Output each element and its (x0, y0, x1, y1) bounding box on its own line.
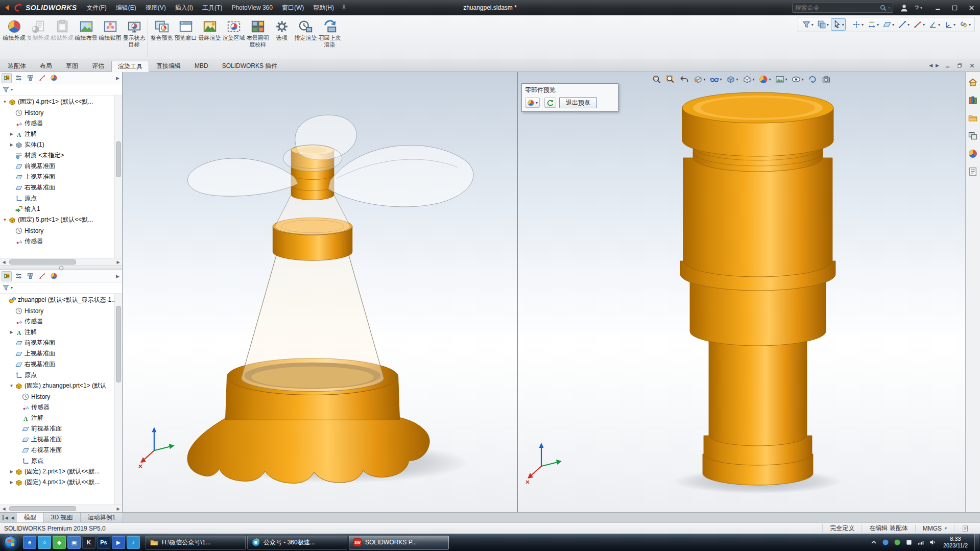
pane-previous-icon[interactable]: ◀ (929, 63, 933, 68)
ribbon-edit-decal-button[interactable]: 编辑贴图 (98, 17, 122, 42)
ribbon-proof-sheet-button[interactable]: 布景照明度校样 (246, 17, 270, 49)
tree-item[interactable]: ▼(固定) 4.prt<1> (默认<<默... (0, 97, 114, 107)
tree-item[interactable]: 传感器 (0, 402, 114, 413)
tree-item[interactable]: ▶实体(1) (0, 139, 114, 150)
multi-select-button[interactable]: ▾ (816, 18, 830, 31)
filter-funnel-icon[interactable] (2, 284, 10, 292)
tree-item[interactable]: 原点 (0, 456, 114, 466)
collapse-icon[interactable]: ▼ (2, 100, 8, 104)
document-tab[interactable]: 3D 视图 (44, 513, 81, 522)
window-close-button[interactable] (967, 61, 977, 70)
ribbon-render-region-button[interactable]: 渲染区域 (222, 17, 246, 42)
taskbar-window-button[interactable]: 公众号 - 360极速... (247, 536, 347, 549)
scroll-right-icon[interactable]: ▶ (114, 260, 122, 265)
fm-configurationmanager-tab[interactable] (25, 271, 35, 281)
tree-item[interactable]: 前视基准面 (0, 423, 114, 434)
zoom-fit-button[interactable] (650, 74, 663, 85)
tree-item[interactable]: 上视基准面 (0, 434, 114, 445)
music-icon[interactable]: ♪ (127, 536, 140, 549)
command-tab[interactable]: 布局 (33, 60, 59, 71)
tree-item[interactable]: 传感器 (0, 316, 114, 327)
ribbon-preview-window-button[interactable]: 预览窗口 (174, 17, 198, 42)
tree-item[interactable]: History (0, 107, 114, 118)
start-button[interactable] (1, 534, 20, 551)
expand-icon[interactable]: ▶ (8, 132, 15, 136)
status-options-button[interactable] (954, 525, 976, 532)
command-tab[interactable]: 直接编辑 (150, 60, 187, 71)
tray-expand-icon[interactable] (870, 538, 878, 546)
tree-item[interactable]: 上视基准面 (0, 348, 114, 359)
scroll-right-icon[interactable]: ▶ (114, 507, 122, 511)
tree-item[interactable]: 上视基准面 (0, 172, 114, 182)
tree-item[interactable]: 右视基准面 (0, 359, 114, 370)
tree-item[interactable]: History (0, 225, 114, 236)
vertical-scrollbar[interactable] (114, 95, 122, 258)
appearance-ball-button[interactable] (968, 149, 978, 159)
tree-item[interactable]: History (0, 391, 114, 402)
ribbon-appearance-ball-button[interactable]: 编辑外观 (2, 17, 26, 42)
user-account-icon[interactable] (899, 3, 909, 13)
k-app-icon[interactable]: K (82, 536, 95, 549)
tree-item[interactable]: ▶A注解 (0, 129, 114, 139)
command-search[interactable]: ▾ (792, 3, 893, 13)
scrollbar-thumb[interactable] (116, 141, 121, 177)
preview-part-3d-model[interactable] (518, 72, 965, 512)
tab-scroll-first-icon[interactable]: ◀ (3, 515, 8, 520)
command-tab[interactable]: 草图 (59, 60, 85, 71)
menu-item[interactable]: 视图(V) (141, 0, 171, 15)
menu-item[interactable]: 窗口(W) (277, 0, 308, 15)
pin-menu-icon[interactable] (340, 4, 348, 12)
scroll-left-icon[interactable]: ◀ (0, 507, 8, 511)
tree-item[interactable]: History (0, 305, 114, 316)
360-browser-icon[interactable]: ○ (38, 536, 51, 549)
tree-item[interactable]: ▼(固定) zhuangpei.prt<1> (默认 (0, 380, 114, 391)
tree-item[interactable]: 前视基准面 (0, 161, 114, 172)
custom-properties-button[interactable] (968, 166, 978, 177)
panel-expand-chevron-icon[interactable]: ▶ (116, 274, 121, 279)
taskbar-window-button[interactable]: SWSOLIDWORKS P... (349, 536, 449, 549)
fm-featuremanager-tab[interactable] (2, 73, 12, 83)
ribbon-edit-scene-button[interactable]: 编辑布景 (74, 17, 98, 42)
tree-item[interactable]: 原点 (0, 370, 114, 380)
previous-view-button[interactable] (678, 74, 690, 85)
resources-home-button[interactable] (968, 77, 978, 87)
component-preview-viewport[interactable]: ▾▾▾▾▾▾▾ 零部件预览 ▾ 退出预览 (518, 72, 965, 512)
command-tab[interactable]: MBD (188, 60, 215, 71)
filter-funnel-button[interactable]: ▾ (800, 18, 815, 31)
fm-displaymanager-tab[interactable] (49, 73, 59, 83)
search-input[interactable] (795, 4, 879, 11)
menu-item[interactable]: 插入(I) (171, 0, 198, 15)
tree-item[interactable]: 原点 (0, 193, 114, 204)
file-explorer-button[interactable] (968, 113, 978, 123)
fm-propertymanager-tab[interactable] (13, 271, 23, 281)
fm-configurationmanager-tab[interactable] (25, 73, 35, 83)
fan-blade-left[interactable] (188, 158, 298, 196)
assembly-viewport[interactable] (123, 72, 518, 512)
fm-propertymanager-tab[interactable] (13, 73, 23, 83)
fm-featuremanager-tab[interactable] (2, 271, 12, 281)
expand-icon[interactable]: ▶ (8, 469, 15, 474)
dim-linear-button[interactable]: ▾ (866, 18, 880, 31)
help-menu[interactable]: ?▾ (915, 4, 922, 12)
display-style-button[interactable]: ▾ (724, 74, 739, 85)
scroll-left-icon[interactable]: ◀ (0, 260, 8, 265)
zoom-area-button[interactable] (664, 74, 677, 85)
ref-point-button[interactable]: ▾ (850, 18, 865, 31)
filter-caret-icon[interactable]: ▾ (11, 285, 13, 290)
panel-splitter[interactable] (0, 266, 122, 270)
menu-flyout-arrow-icon[interactable] (3, 4, 11, 12)
lower-cylinder[interactable] (709, 331, 807, 446)
tree-item[interactable]: 传感器 (0, 236, 114, 247)
ribbon-render-options-button[interactable]: 选项 (270, 17, 294, 42)
translucent-funnel[interactable] (275, 195, 350, 234)
fm-displaymanager-tab[interactable] (49, 271, 59, 281)
view-orientation-button[interactable]: ▾ (740, 74, 756, 85)
close-button[interactable] (963, 0, 980, 15)
volume-icon[interactable] (928, 538, 937, 546)
menu-item[interactable]: 帮助(H) (308, 0, 339, 15)
mate-button[interactable]: ▾ (958, 18, 972, 31)
ref-plane-button[interactable]: ▾ (881, 18, 896, 31)
document-tab[interactable]: 运动算例1 (81, 513, 124, 522)
filter-caret-icon[interactable]: ▾ (11, 87, 13, 92)
hide-show-glasses-button[interactable]: ▾ (708, 74, 723, 85)
